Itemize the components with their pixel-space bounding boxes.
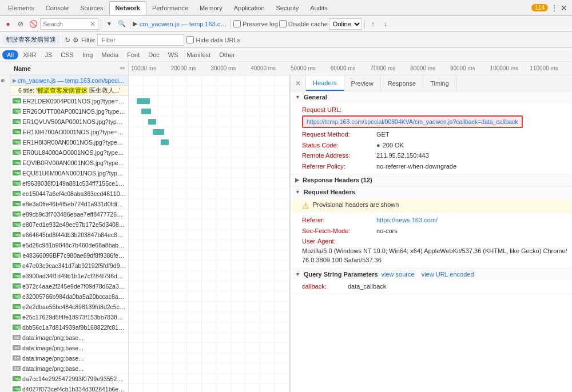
refresh-sources-button[interactable]: ↻ [65, 36, 70, 44]
search-close-icon[interactable]: ✕ [90, 20, 96, 28]
list-item[interactable]: img e664645bd8f44db3b203847b84ec86fd.png… [10, 230, 128, 240]
list-item[interactable]: img EQVIB0RV00AN0001NOS.jpg?type=webp [10, 158, 128, 168]
stop-recording-button[interactable]: ⊘ [15, 18, 26, 30]
provisional-headers-warning: ⚠ Provisional headers are shown [291, 199, 572, 213]
hide-data-urls-checkbox[interactable] [186, 36, 194, 43]
referer-row: Referer: https://news.163.com/ [302, 215, 567, 226]
tab-audits[interactable]: Audits [304, 1, 333, 15]
hide-data-urls-label[interactable]: Hide data URLs [186, 36, 240, 43]
preserve-log-checkbox[interactable] [233, 20, 241, 27]
warning-triangle-icon: ⚠ [302, 201, 309, 210]
list-item[interactable]: dat data:image/png;base... [10, 363, 128, 374]
list-item[interactable]: img e3900ad34f1d49b1b1e7cf284f796dcd.jpe… [10, 271, 128, 281]
status-indicator: ● [376, 141, 380, 150]
source-item[interactable]: ▶ cm_yaowen.js — temp.163.com/speci... [10, 75, 128, 86]
disable-cache-label[interactable]: Disable cache [279, 20, 328, 27]
more-options-icon[interactable]: ⋮ [550, 3, 558, 13]
query-string-header[interactable]: ▼ Query String Parameters view source vi… [291, 269, 572, 280]
list-item[interactable]: img e2e2dbae56bc484c898139fd8d2c5ced.png… [10, 302, 128, 312]
list-item[interactable]: img e5d26c981b9848c7b460de68a8bab9a9.png… [10, 240, 128, 250]
network-file-list: ▶ cm_yaowen.js — temp.163.com/speci... 6… [10, 75, 129, 392]
list-item[interactable]: img e32005766b984da0ba5a20bccac8a235.png… [10, 291, 128, 302]
filter-tab-media[interactable]: Media [97, 50, 122, 59]
list-item[interactable]: img dbb56c1a7d814939af9b168822fc8156.jpe… [10, 322, 128, 333]
filter-tab-doc[interactable]: Doc [144, 50, 164, 59]
request-headers-section-header[interactable]: ▼ Request Headers [291, 186, 572, 198]
callback-key: callback: [302, 282, 348, 291]
source-title-item[interactable]: 6 title: '郁淤查客发病冒迷 医生救人...' [10, 86, 128, 96]
list-item[interactable]: img e807ed1e932e49ec97b172e5d340868f.png… [10, 219, 128, 230]
timeline-tick: 80000 ms [410, 65, 450, 71]
sources-settings-button[interactable]: ⚙ [73, 36, 79, 44]
tab-response[interactable]: Response [381, 75, 424, 91]
filter-tab-ws[interactable]: WS [164, 50, 182, 59]
tab-headers[interactable]: Headers [306, 75, 344, 91]
filter-tab-manifest[interactable]: Manifest [183, 50, 215, 59]
export-button[interactable]: ↓ [380, 18, 391, 30]
disable-cache-checkbox[interactable] [279, 20, 287, 27]
view-url-encoded-link[interactable]: view URL encoded [422, 271, 474, 278]
tab-sources[interactable]: Sources [74, 1, 109, 15]
list-item[interactable]: img ef9638036f0149a881c534ff7155ce16.jpe… [10, 178, 128, 189]
timeline-tick: 90000 ms [450, 65, 490, 71]
list-item[interactable]: img EQU81U6M00AN0001NOS.jpg?type=webp [10, 168, 128, 178]
filter-tab-img[interactable]: Img [78, 50, 97, 59]
filter-button[interactable]: ▼ [104, 18, 115, 30]
list-item[interactable]: img ER1I0I4700AO0001NOS.jpg?type=webp [10, 127, 128, 137]
search-input[interactable] [43, 21, 89, 27]
status-row: Status Code: ● 200 OK [302, 140, 567, 151]
list-item[interactable]: img ER1H8I3R00AN0001NOS.jpg?type=webp [10, 137, 128, 147]
tab-timing[interactable]: Timing [423, 75, 456, 91]
list-item[interactable]: dat data:image/png;base... [10, 353, 128, 363]
filter-tab-css[interactable]: CSS [57, 50, 78, 59]
record-button[interactable]: ● [2, 18, 14, 30]
tab-elements[interactable]: Elements [2, 1, 40, 15]
search-filter-button[interactable]: 🔍 [116, 18, 128, 30]
tab-application[interactable]: Application [228, 1, 271, 15]
filter-tab-xhr[interactable]: XHR [19, 50, 40, 59]
clear-button[interactable]: 🚫 [27, 18, 39, 30]
list-item[interactable]: img e48366096BF7c980ae69df8f9386fead.jpg [10, 250, 128, 261]
filter-tab-other[interactable]: Other [215, 50, 239, 59]
list-item[interactable]: img ER0UL84000AO0001NOS.jpg?type=webp [10, 147, 128, 158]
timeline-tick: 40000 ms [251, 65, 291, 71]
response-headers-section-header[interactable]: ▶ Response Headers (12) [291, 174, 572, 186]
details-tab-close[interactable]: ✕ [291, 75, 306, 91]
filter-tab-js[interactable]: JS [41, 50, 56, 59]
tab-memory[interactable]: Memory [194, 1, 228, 15]
list-item[interactable]: img ER26OUTT00AP0001NOS.jpg?type=webp [10, 106, 128, 117]
list-item[interactable]: img e89cb9c3f703486ebae7eff84777263a.png… [10, 209, 128, 219]
referrer-value: no-referrer-when-downgrade [376, 162, 456, 171]
list-item[interactable]: dat data:image/png;base... [10, 333, 128, 343]
general-section-header[interactable]: ▼ General [291, 91, 572, 103]
tab-network[interactable]: Network [109, 1, 146, 15]
list-item[interactable]: dat data:image/png;base... [10, 343, 128, 353]
list-item[interactable]: img ER1QVUV500AP0001NOS.jpg?type=webp [10, 117, 128, 127]
filter-tab-font[interactable]: Font [123, 50, 144, 59]
response-headers-section: ▶ Response Headers (12) [291, 174, 572, 186]
list-item[interactable]: img e25c17629d5f4fe18973f153bb78384c.png… [10, 312, 128, 322]
filter-tab-all[interactable]: All [2, 50, 18, 59]
throttle-select[interactable]: Online [329, 18, 362, 30]
filter-input[interactable] [97, 34, 184, 46]
sec-fetch-value: no-cors [376, 226, 398, 236]
list-item[interactable]: img e8e3a0ffe46b4f5eb724d1a931d0fdfd.png… [10, 199, 128, 209]
list-item[interactable]: img e372c4aae2f245e9de7f09d78d62a3a.jpeg… [10, 281, 128, 291]
tab-preview[interactable]: Preview [344, 75, 381, 91]
tab-security[interactable]: Security [271, 1, 305, 15]
tab-console[interactable]: Console [40, 1, 74, 15]
name-column-resize[interactable]: ⇔ [120, 65, 125, 72]
list-item[interactable]: img d4027f073cef4cb1b334d302841b6efd.png… [10, 384, 128, 392]
request-url-value[interactable]: https://temp.163.com/special/00804KVA/cm… [302, 115, 523, 129]
list-item[interactable]: img ee150447a6ef4c08aba363ccd461106a.png… [10, 189, 128, 199]
preserve-log-label[interactable]: Preserve log [233, 20, 278, 27]
view-source-link[interactable]: view source [382, 271, 415, 278]
import-button[interactable]: ↑ [367, 18, 379, 30]
list-item[interactable]: img e47e03c9cac341d7ab92192f5fdf9d93.png… [10, 261, 128, 271]
source-tree-item[interactable]: ⊕ [0, 77, 10, 85]
list-item[interactable]: img da7cc14e2925472993f0799e93552bfa.jpe… [10, 374, 128, 384]
close-devtools-icon[interactable]: ✕ [561, 3, 567, 13]
referer-value[interactable]: https://news.163.com/ [376, 215, 438, 225]
list-item[interactable]: img ER2LDEK0004P001NOS.jpg?type=webp [10, 96, 128, 106]
tab-performance[interactable]: Performance [146, 1, 194, 15]
